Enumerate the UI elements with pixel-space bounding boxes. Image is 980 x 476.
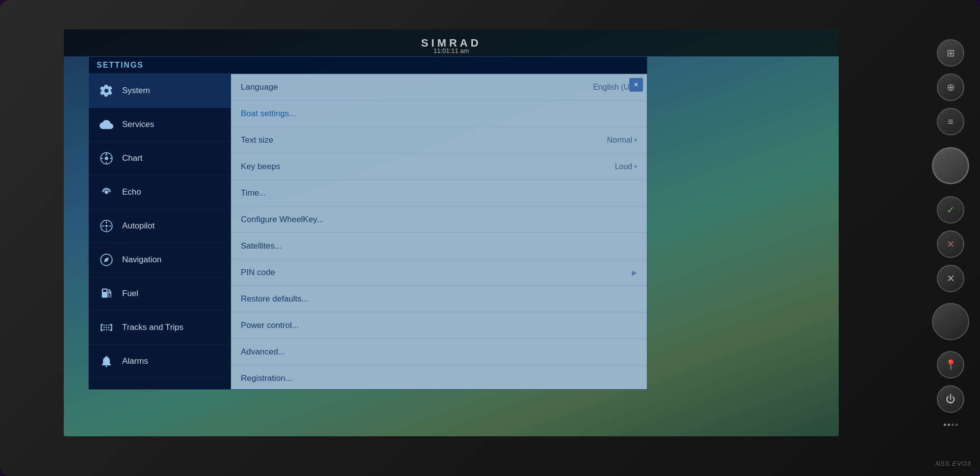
ruler-icon <box>98 386 115 389</box>
settings-title: SETTINGS <box>97 61 144 69</box>
row-configure-wheelkey[interactable]: Configure WheelKey... <box>231 206 647 233</box>
close-button[interactable]: × <box>629 78 643 92</box>
settings-header: SETTINGS <box>89 57 647 74</box>
content-area: × Language English (US) Boat settings... <box>231 74 647 389</box>
time-display: 11:01:11 am <box>434 47 469 54</box>
x-button[interactable]: ✕ <box>937 265 964 292</box>
steering-icon <box>98 217 115 235</box>
screen: SIMRAD 11:01:11 am SETTINGS System <box>64 29 839 436</box>
cloud-icon <box>98 116 115 133</box>
row-restore-defaults[interactable]: Restore defaults... <box>231 286 647 312</box>
sidebar-item-echo[interactable]: Echo <box>89 175 231 209</box>
sidebar-item-alarms[interactable]: Alarms <box>89 345 231 378</box>
pin-code-arrow: ▶ <box>632 269 637 276</box>
row-registration[interactable]: Registration... <box>231 365 647 389</box>
label-restore-defaults: Restore defaults... <box>241 294 637 304</box>
signal-dot-2 <box>948 424 950 426</box>
signal-dot-4 <box>955 424 958 426</box>
back-button[interactable]: ✕ <box>937 230 964 258</box>
grid-button[interactable]: ⊞ <box>937 39 964 67</box>
sidebar-item-units[interactable]: Units <box>89 378 231 389</box>
compass-icon <box>98 251 115 269</box>
sidebar-item-services[interactable]: Services <box>89 108 231 142</box>
gear-icon <box>98 82 115 100</box>
sidebar-label-fuel: Fuel <box>122 289 138 299</box>
row-power-control[interactable]: Power control... <box>231 312 647 339</box>
signal-indicators <box>944 424 958 426</box>
model-label: NSS EVO3 <box>935 460 971 467</box>
route-icon <box>98 319 115 336</box>
row-language[interactable]: Language English (US) <box>231 74 647 100</box>
row-time[interactable]: Time... <box>231 180 647 206</box>
menu-button[interactable]: ≡ <box>937 108 964 135</box>
waypoint-button[interactable]: 📍 <box>937 351 964 378</box>
signal-dot-1 <box>944 424 946 426</box>
label-pin-code: PIN code <box>241 268 628 277</box>
label-power-control: Power control... <box>241 321 637 330</box>
text-size-dropdown-arrow: ▾ <box>634 137 637 144</box>
label-key-beeps: Key beeps <box>241 162 615 172</box>
sidebar-item-tracks-trips[interactable]: Tracks and Trips <box>89 311 231 345</box>
label-language: Language <box>241 82 593 92</box>
rotary-knob[interactable] <box>932 147 969 184</box>
label-advanced: Advanced... <box>241 347 637 357</box>
sidebar-label-navigation: Navigation <box>122 255 161 265</box>
row-pin-code[interactable]: PIN code ▶ <box>231 259 647 286</box>
settings-body: System Services Chart <box>89 74 647 389</box>
label-text-size: Text size <box>241 135 607 145</box>
check-button[interactable]: ✓ <box>937 196 964 224</box>
label-satellites: Satellites... <box>241 241 637 251</box>
sidebar-item-system[interactable]: System <box>89 74 231 108</box>
key-beeps-dropdown-arrow: ▾ <box>634 163 637 170</box>
sidebar-item-chart[interactable]: Chart <box>89 142 231 175</box>
label-time: Time... <box>241 188 637 198</box>
bell-icon <box>98 352 115 370</box>
svg-point-4 <box>105 225 108 227</box>
home-button[interactable]: ⊕ <box>937 74 964 101</box>
value-key-beeps: Loud ▾ <box>615 162 637 171</box>
signal-dot-3 <box>952 424 954 426</box>
sidebar-label-autopilot: Autopilot <box>122 221 155 231</box>
top-bar: SIMRAD 11:01:11 am <box>64 29 839 56</box>
nav-joystick[interactable] <box>932 303 969 340</box>
label-boat-settings: Boat settings... <box>241 109 637 119</box>
device-frame: SIMRAD 11:01:11 am SETTINGS System <box>0 0 980 476</box>
sidebar-item-navigation[interactable]: Navigation <box>89 243 231 277</box>
row-key-beeps[interactable]: Key beeps Loud ▾ <box>231 153 647 180</box>
sidebar-label-system: System <box>122 86 150 96</box>
sidebar-item-autopilot[interactable]: Autopilot <box>89 209 231 243</box>
sidebar-label-services: Services <box>122 120 154 129</box>
svg-point-1 <box>105 157 108 160</box>
row-satellites[interactable]: Satellites... <box>231 233 647 259</box>
sonar-icon <box>98 183 115 201</box>
sidebar: System Services Chart <box>89 74 231 389</box>
value-text-size: Normal ▾ <box>607 136 637 145</box>
sidebar-label-chart: Chart <box>122 153 143 163</box>
sidebar-label-alarms: Alarms <box>122 356 148 366</box>
sidebar-label-echo: Echo <box>122 187 141 197</box>
sidebar-label-tracks-trips: Tracks and Trips <box>122 323 183 332</box>
sidebar-item-fuel[interactable]: Fuel <box>89 277 231 311</box>
right-controls: ⊞ ⊕ ≡ ✓ ✕ ✕ 📍 ⏻ <box>921 29 980 436</box>
power-button[interactable]: ⏻ <box>937 385 964 413</box>
label-configure-wheelkey: Configure WheelKey... <box>241 215 637 225</box>
row-boat-settings[interactable]: Boat settings... <box>231 100 647 127</box>
svg-point-2 <box>105 191 108 194</box>
settings-panel: SETTINGS System <box>88 56 647 390</box>
label-registration: Registration... <box>241 374 637 383</box>
row-text-size[interactable]: Text size Normal ▾ <box>231 127 647 153</box>
compass-rose-icon <box>98 150 115 167</box>
row-advanced[interactable]: Advanced... <box>231 339 647 365</box>
fuel-icon <box>98 285 115 302</box>
